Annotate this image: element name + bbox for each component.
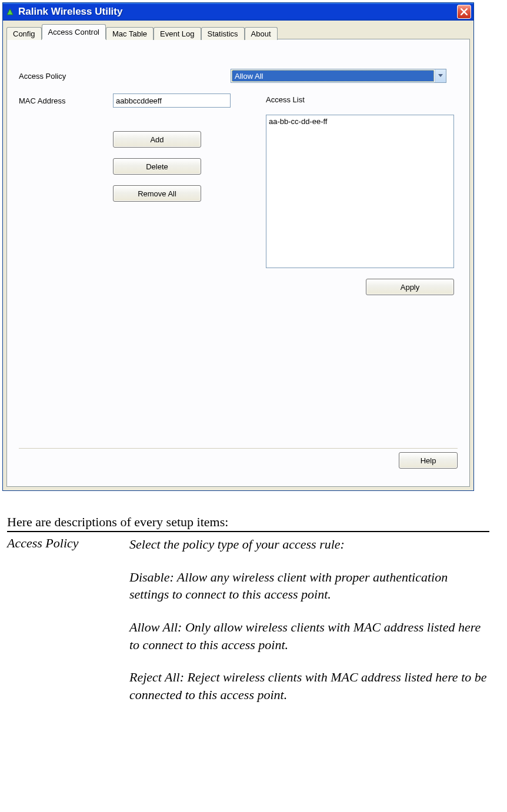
tab-panel-access-control: Access Policy Allow All MAC Address (6, 39, 470, 487)
help-bar: Help (19, 448, 458, 469)
mac-address-label: MAC Address (19, 96, 113, 105)
client-area: Config Access Control Mac Table Event Lo… (3, 21, 473, 490)
tabstrip: Config Access Control Mac Table Event Lo… (6, 24, 470, 39)
access-list[interactable]: aa-bb-cc-dd-ee-ff (266, 115, 454, 268)
tab-statistics[interactable]: Statistics (201, 27, 245, 40)
description-p2: Disable: Allow any wireless client with … (129, 569, 489, 603)
tab-access-control[interactable]: Access Control (42, 24, 106, 39)
add-button[interactable]: Add (113, 131, 201, 148)
tab-mac-table[interactable]: Mac Table (106, 27, 154, 40)
access-policy-dropdown[interactable]: Allow All (231, 69, 446, 83)
access-list-label: Access List (266, 95, 454, 104)
description-intro: Here are descriptions of every setup ite… (7, 514, 489, 532)
access-policy-value: Allow All (232, 70, 434, 82)
window-title: Ralink Wireless Utility (18, 6, 457, 18)
remove-all-button[interactable]: Remove All (113, 185, 201, 202)
description-p4: Reject All: Reject wireless clients with… (129, 669, 489, 703)
description-section: Here are descriptions of every setup ite… (7, 514, 489, 704)
help-button[interactable]: Help (399, 452, 458, 469)
mac-address-input[interactable] (113, 93, 231, 108)
close-button[interactable] (457, 5, 471, 19)
list-item[interactable]: aa-bb-cc-dd-ee-ff (269, 116, 451, 126)
delete-button[interactable]: Delete (113, 158, 201, 175)
app-window: Ralink Wireless Utility Config Access Co… (2, 2, 474, 491)
tab-config[interactable]: Config (6, 27, 42, 40)
tab-about[interactable]: About (245, 27, 278, 40)
description-item-text: Select the policy type of your access ru… (129, 536, 489, 704)
description-p1: Select the policy type of your access ru… (129, 536, 489, 553)
dropdown-arrow-icon[interactable] (435, 69, 446, 82)
access-policy-label: Access Policy (19, 72, 113, 81)
apply-button[interactable]: Apply (366, 279, 454, 295)
description-item-label: Access Policy (7, 536, 129, 704)
titlebar[interactable]: Ralink Wireless Utility (3, 3, 473, 21)
tab-event-log[interactable]: Event Log (154, 27, 201, 40)
app-icon (5, 7, 15, 16)
description-p3: Allow All: Only allow wireless clients w… (129, 619, 489, 653)
button-stack: Add Delete Remove All (113, 131, 231, 202)
